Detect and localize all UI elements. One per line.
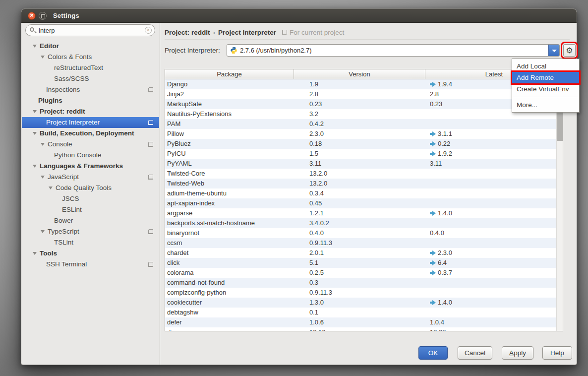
maximize-icon[interactable] <box>39 12 47 20</box>
tree-expanded-icon[interactable] <box>33 165 37 168</box>
table-row[interactable]: binaryornot0.4.00.4.0 <box>165 228 557 238</box>
table-row[interactable]: debtagshw0.1 <box>165 308 557 317</box>
sidebar-item-eslint[interactable]: ESLint <box>22 204 159 215</box>
close-icon[interactable] <box>28 12 36 20</box>
table-row[interactable]: Twisted-Core13.2.0 <box>165 169 557 179</box>
sidebar-item-bower[interactable]: Bower <box>22 215 159 226</box>
table-row[interactable]: click5.16.4 <box>165 258 557 268</box>
sidebar-item-label: Python Console <box>54 151 101 159</box>
sidebar-item-console[interactable]: Console <box>22 139 159 150</box>
sidebar-item-label: TypeScript <box>48 228 79 235</box>
sidebar-item-tools[interactable]: Tools <box>22 248 159 259</box>
version-cell: 13.2.0 <box>294 179 425 188</box>
table-row[interactable]: dirspec13.1013.08 <box>165 327 557 331</box>
package-name-cell: MarkupSafe <box>165 99 294 109</box>
window-titlebar[interactable]: Settings <box>21 9 577 23</box>
table-row[interactable]: compizconfig-python0.9.11.3 <box>165 288 557 298</box>
package-name-cell: Jinja2 <box>165 89 294 99</box>
version-cell: 13.10 <box>294 327 425 331</box>
menu-item-add-remote[interactable]: Add Remote <box>512 72 579 83</box>
tree-expanded-icon[interactable] <box>33 252 37 255</box>
menu-item-create-virtualenv[interactable]: Create VirtualEnv <box>512 83 579 95</box>
sidebar-item-inspections[interactable]: Inspections <box>22 84 159 95</box>
menu-item-more-[interactable]: More... <box>512 99 579 111</box>
tree-expanded-icon[interactable] <box>33 45 37 48</box>
latest-cell: 0.22 <box>425 139 557 149</box>
tree-expanded-icon[interactable] <box>49 187 53 189</box>
sidebar-item-restructuredtext[interactable]: reStructuredText <box>22 63 159 73</box>
table-row[interactable]: PyBluez0.180.22 <box>165 139 557 149</box>
tree-expanded-icon[interactable] <box>33 132 37 135</box>
python-icon <box>230 47 237 54</box>
sidebar-item-languages-frameworks[interactable]: Languages & Frameworks <box>22 161 159 172</box>
copy-settings-icon <box>148 142 153 147</box>
tree-expanded-icon[interactable] <box>41 56 45 59</box>
package-name-cell: Twisted-Core <box>165 169 294 179</box>
upgrade-arrow-icon <box>430 151 436 156</box>
table-row[interactable]: MarkupSafe0.230.23 <box>165 99 557 109</box>
package-name-cell: Django <box>165 79 294 89</box>
sidebar-item-label: ESLint <box>62 206 82 213</box>
tree-expanded-icon[interactable] <box>41 176 45 179</box>
package-name-cell: dirspec <box>165 327 294 331</box>
tree-expanded-icon[interactable] <box>33 110 37 113</box>
table-row[interactable]: apt-xapian-index0.45 <box>165 198 557 208</box>
sidebar-item-python-console[interactable]: Python Console <box>22 150 159 161</box>
sidebar-item-javascript[interactable]: JavaScript <box>22 172 159 183</box>
sidebar-item-plugins[interactable]: Plugins <box>22 95 159 106</box>
table-row[interactable]: colorama0.2.50.3.7 <box>165 268 557 278</box>
latest-cell <box>425 278 557 288</box>
interpreter-combobox[interactable]: 2.7.6 (/usr/bin/python2.7) <box>227 44 560 57</box>
sidebar-item-code-quality-tools[interactable]: Code Quality Tools <box>22 183 159 193</box>
table-row[interactable]: defer1.0.61.0.4 <box>165 317 557 327</box>
table-row[interactable]: cookiecutter1.3.01.4.0 <box>165 298 557 308</box>
table-row[interactable]: Django1.91.9.4 <box>165 79 557 89</box>
sidebar-item-typescript[interactable]: TypeScript <box>22 226 159 237</box>
table-row[interactable]: argparse1.2.11.4.0 <box>165 208 557 218</box>
search-input[interactable] <box>25 24 155 36</box>
version-cell: 0.23 <box>294 99 425 109</box>
menu-item-add-local[interactable]: Add Local <box>512 61 579 72</box>
copy-settings-icon <box>148 175 153 180</box>
copy-settings-icon <box>148 120 153 125</box>
tree-expanded-icon[interactable] <box>41 230 45 233</box>
clear-search-icon[interactable]: × <box>145 27 152 34</box>
sidebar-item-ssh-terminal[interactable]: SSH Terminal <box>22 259 159 270</box>
version-cell: 1.2.1 <box>294 208 425 218</box>
chevron-down-icon[interactable] <box>548 45 559 56</box>
package-name-cell: click <box>165 258 294 268</box>
page-title: Project Interpreter <box>218 29 276 36</box>
gear-icon[interactable]: ⚙ <box>563 44 576 57</box>
latest-cell <box>425 169 557 179</box>
help-button[interactable]: Help <box>542 346 572 360</box>
ok-button[interactable]: OK <box>418 346 448 360</box>
upgrade-arrow-icon <box>430 141 436 146</box>
cancel-button[interactable]: Cancel <box>458 346 492 360</box>
table-row[interactable]: Nautilus-PyExtensions3.2 <box>165 109 557 119</box>
table-row[interactable]: Pillow2.3.03.1.1 <box>165 129 557 139</box>
tree-expanded-icon[interactable] <box>41 143 45 146</box>
sidebar-item-tslint[interactable]: TSLint <box>22 237 159 248</box>
table-row[interactable]: ccsm0.9.11.3 <box>165 238 557 248</box>
sidebar-item-editor[interactable]: Editor <box>22 41 159 52</box>
table-row[interactable]: PyICU1.51.9.2 <box>165 149 557 159</box>
table-row[interactable]: chardet2.0.12.3.0 <box>165 248 557 258</box>
table-row[interactable]: backports.ssl-match-hostname3.4.0.2 <box>165 218 557 228</box>
table-row[interactable]: PyYAML3.113.11 <box>165 159 557 169</box>
table-row[interactable]: Jinja22.82.8 <box>165 89 557 99</box>
scrollbar-thumb[interactable] <box>557 109 563 141</box>
vertical-scrollbar[interactable] <box>556 79 563 331</box>
table-row[interactable]: PAM0.4.2 <box>165 119 557 129</box>
sidebar-item-colors-fonts[interactable]: Colors & Fonts <box>22 52 159 63</box>
sidebar-item-jscs[interactable]: JSCS <box>22 193 159 204</box>
apply-button[interactable]: Apply <box>502 346 533 360</box>
table-row[interactable]: adium-theme-ubuntu0.3.4 <box>165 188 557 198</box>
sidebar-item-project-interpreter[interactable]: Project Interpreter <box>22 117 159 128</box>
column-header-package[interactable]: Package <box>165 69 294 79</box>
sidebar-item-build-execution-deployment[interactable]: Build, Execution, Deployment <box>22 128 159 139</box>
sidebar-item-sass-scss[interactable]: Sass/SCSS <box>22 73 159 84</box>
table-row[interactable]: Twisted-Web13.2.0 <box>165 179 557 188</box>
sidebar-item-project-reddit[interactable]: Project: reddit <box>22 106 159 117</box>
column-header-version[interactable]: Version <box>294 69 425 79</box>
table-row[interactable]: command-not-found0.3 <box>165 278 557 288</box>
